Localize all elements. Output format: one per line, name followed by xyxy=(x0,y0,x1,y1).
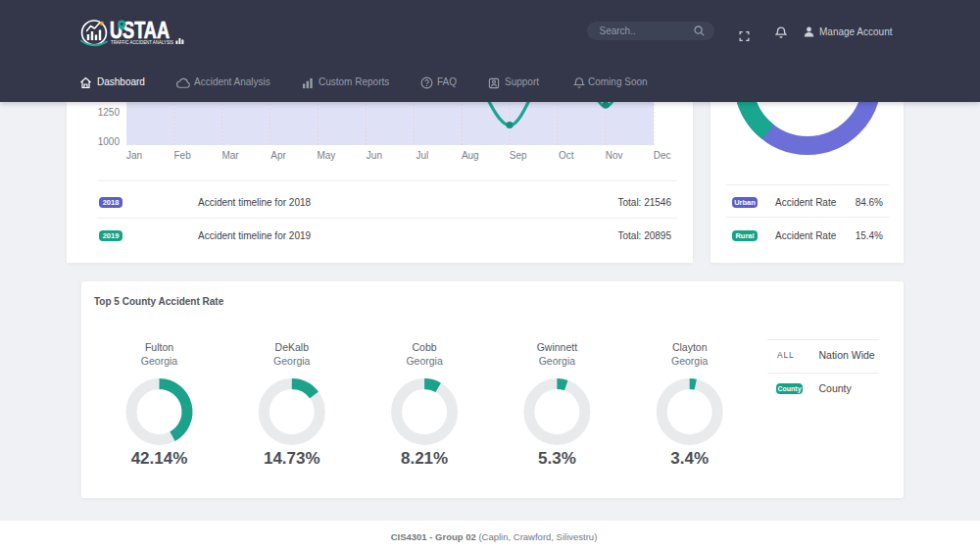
svg-text:TRAFFIC ACCIDENT ANALYSIS: TRAFFIC ACCIDENT ANALYSIS xyxy=(111,39,174,45)
